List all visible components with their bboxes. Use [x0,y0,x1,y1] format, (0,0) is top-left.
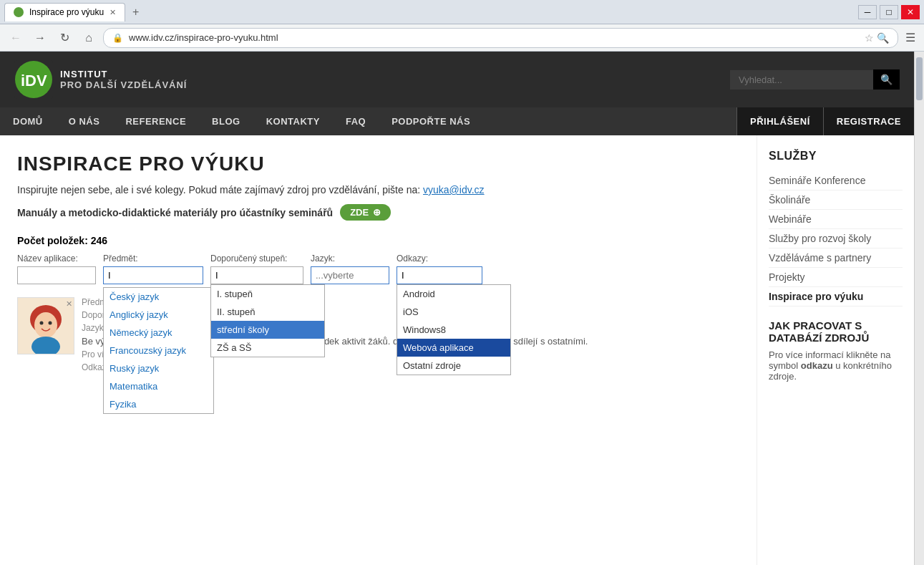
sidebar-link-1[interactable]: Školináře [769,190,903,210]
browser-toolbar: ← → ↻ ⌂ 🔒 www.idv.cz/inspirace-pro-vyuku… [0,24,924,52]
nazev-input[interactable] [17,266,96,284]
stupen-item-1[interactable]: II. stupeň [211,303,324,321]
predmet-item-0[interactable]: Český jazyk [104,288,213,306]
address-actions: ☆ 🔍 [865,32,889,44]
minimize-button[interactable]: ─ [858,5,877,19]
lock-icon: 🔒 [112,33,123,43]
predmet-input[interactable] [103,266,203,284]
search-icon[interactable]: 🔍 [877,32,889,44]
stupen-dropdown: I. stupeň II. stupeň střední školy ZŠ a … [210,284,325,357]
predmet-item-4[interactable]: Ruský jazyk [104,359,213,377]
sidebar-link-0[interactable]: Semináře Konference [769,171,903,190]
nav-item-blog[interactable]: BLOG [199,107,253,135]
nav-item-reference[interactable]: REFERENCE [112,107,199,135]
address-bar[interactable]: 🔒 www.idv.cz/inspirace-pro-vyuku.html ☆ … [103,28,898,48]
svg-point-5 [40,322,44,325]
address-text: www.idv.cz/inspirace-pro-vyuku.html [129,32,859,43]
nav-item-onas[interactable]: O NÁS [56,107,113,135]
back-button[interactable]: ← [6,28,26,48]
predmet-item-2[interactable]: Německý jazyk [104,324,213,342]
predmet-item-5[interactable]: Matematika [104,377,213,395]
svg-text:iDV: iDV [21,72,47,90]
stupen-item-3[interactable]: ZŠ a SŠ [211,339,324,357]
filter-group-nazev: Název aplikace: [17,253,96,284]
sidebar-link-5[interactable]: Projekty [769,268,903,287]
svg-point-4 [34,312,57,338]
jazyk-input[interactable] [311,266,389,284]
filter-row: Název aplikace: Předmět: Český [17,253,739,287]
stupen-label: Doporučený stupeň: [210,253,303,264]
close-button[interactable]: ✕ [901,5,920,19]
nazev-label: Název aplikace: [17,253,96,264]
card-thumbnail: ✕ [17,297,74,354]
nav-item-podporte[interactable]: PODPOŘTE NÁS [379,107,483,135]
odkazy-input[interactable] [397,266,482,284]
page-content: iDV INSTITUT PRO DALŠÍ VZDĚLÁVÁNÍ 🔍 DOMŮ… [0,52,914,565]
logo-line2: PRO DALŠÍ VZDĚLÁVÁNÍ [60,79,187,90]
stupen-input[interactable] [210,266,303,284]
vertical-scrollbar[interactable] [914,52,924,565]
browser-tab[interactable]: Inspirace pro výuku ✕ [4,3,125,21]
zde-button[interactable]: ZDE ⊕ [340,204,391,221]
page-with-scrollbar: iDV INSTITUT PRO DALŠÍ VZDĚLÁVÁNÍ 🔍 DOMŮ… [0,52,924,565]
home-button[interactable]: ⌂ [79,28,99,48]
manuals-text: Manuály a metodicko-didaktické materiály… [17,207,333,218]
star-icon[interactable]: ☆ [865,32,874,44]
odkazy-item-2[interactable]: Windows8 [397,321,510,339]
page-subtitle: Inspirujte nejen sebe, ale i své kolegy.… [17,184,739,195]
new-tab-button[interactable]: + [128,6,143,19]
filter-group-jazyk: Jazyk: [311,253,389,284]
odkazy-item-1[interactable]: iOS [397,303,510,321]
nav-item-domu[interactable]: DOMŮ [0,107,56,135]
predmet-item-1[interactable]: Anglický jazyk [104,306,213,324]
manuals-line: Manuály a metodicko-didaktické materiály… [17,204,739,221]
nav-item-prihlaseni[interactable]: PŘIHLÁŠENÍ [736,107,823,135]
odkazy-item-3[interactable]: Webová aplikace [397,339,510,357]
page-title: INSPIRACE PRO VÝUKU [17,153,739,175]
sidebar-howto-title: JAK PRACOVAT S DATABÁZÍ ZDROJŮ [769,319,903,344]
predmet-label: Předmět: [103,253,203,264]
logo-icon: iDV [14,60,53,99]
sidebar: SLUŽBY Semináře Konference Školináře Web… [757,135,914,565]
scrollbar-thumb[interactable] [916,57,923,100]
sidebar-link-6[interactable]: Inspirace pro výuku [769,287,903,306]
refresh-button[interactable]: ↻ [54,28,74,48]
logo-line1: INSTITUT [60,69,187,79]
stupen-item-2[interactable]: střední školy [211,321,324,339]
odkazy-item-4[interactable]: Ostatní zdroje [397,357,510,375]
browser-menu-button[interactable]: ☰ [903,28,918,47]
card-close-icon[interactable]: ✕ [66,299,72,309]
subtitle-text: Inspirujte nejen sebe, ale i své kolegy.… [17,184,423,195]
filter-group-predmet: Předmět: Český jazyk Anglický jazyk Něme… [103,253,203,287]
sidebar-link-4[interactable]: Vzděláváme s partnery [769,248,903,268]
tab-close-icon[interactable]: ✕ [110,8,116,17]
main-wrapper: INSPIRACE PRO VÝUKU Inspirujte nejen seb… [0,135,914,565]
filter-group-stupen: Doporučený stupeň: I. stupeň II. stupeň … [210,253,303,284]
svg-point-6 [49,322,52,325]
filter-group-odkazy: Odkazy: Android iOS Windows8 Webová apli… [397,253,482,284]
sidebar-link-3[interactable]: Služby pro rozvoj školy [769,229,903,248]
main-content: INSPIRACE PRO VÝUKU Inspirujte nejen seb… [0,135,757,565]
predmet-item-3[interactable]: Francouzský jazyk [104,342,213,359]
filter-count: Počet položek: 246 [17,235,739,246]
zde-label: ZDE [350,207,369,218]
zde-icon: ⊕ [373,207,381,218]
logo-svg: iDV [14,60,53,99]
search-submit-button[interactable]: 🔍 [873,69,900,90]
maximize-button[interactable]: □ [880,5,898,19]
predmet-item-6[interactable]: Fyzika [104,395,213,413]
subtitle-email-link[interactable]: vyuka@idv.cz [423,184,485,195]
site-nav: DOMŮ O NÁS REFERENCE BLOG KONTAKTY FAQ P… [0,107,914,135]
nav-item-kontakty[interactable]: KONTAKTY [253,107,333,135]
forward-button[interactable]: → [30,28,50,48]
nav-item-faq[interactable]: FAQ [333,107,379,135]
site-logo: iDV INSTITUT PRO DALŠÍ VZDĚLÁVÁNÍ [14,60,187,99]
predmet-dropdown: Český jazyk Anglický jazyk Německý jazyk… [103,287,214,414]
sidebar-link-2[interactable]: Webináře [769,210,903,229]
nav-item-registrace[interactable]: REGISTRACE [823,107,914,135]
search-input[interactable] [730,70,873,90]
tab-label: Inspirace pro výuku [29,7,104,17]
odkazy-item-0[interactable]: Android [397,285,510,303]
stupen-item-0[interactable]: I. stupeň [211,285,324,303]
sidebar-howto-desc: Pro více informací klikněte na symbol od… [769,349,903,382]
